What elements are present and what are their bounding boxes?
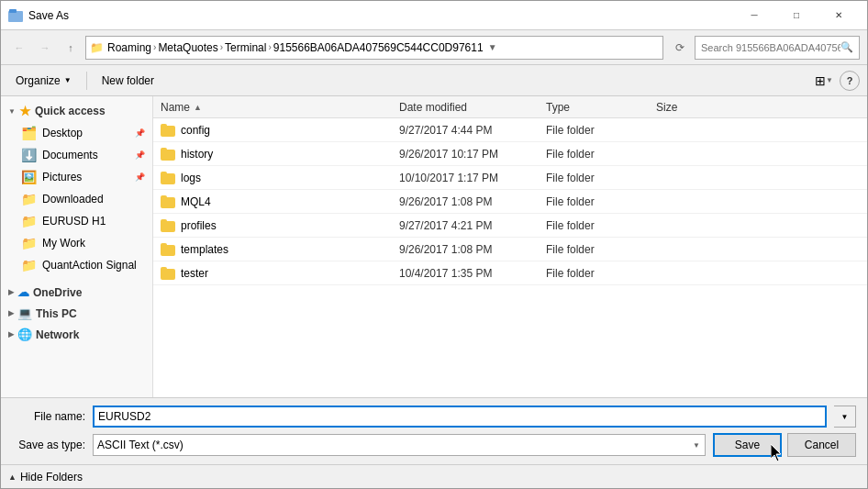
file-name: config [181,124,210,137]
save-as-dialog: Save As ─ □ ✕ ← → ↑ 📁 Roaming › MetaQuot… [0,0,868,489]
breadcrumb-metaquotes[interactable]: MetaQuotes › [158,41,223,54]
main-area: ▼ ★ Quick access 🗂️ Desktop 📌 ⬇️ Documen… [1,96,867,397]
hide-folders-arrow-icon: ▲ [8,472,17,482]
filename-dropdown-btn[interactable]: ▼ [834,406,856,428]
sidebar-item-pictures[interactable]: 🖼️ Pictures 📌 [1,166,152,188]
folder-icon [161,219,175,232]
refresh-button[interactable]: ⟳ [669,36,691,60]
save-button[interactable]: Save [713,433,782,457]
view-button[interactable]: ⊞ ▼ [812,69,836,93]
filename-label: File name: [12,410,85,423]
maximize-button[interactable]: □ [775,1,818,30]
file-type: File folder [546,243,656,256]
pin-icon-desktop: 📌 [135,128,145,138]
desktop-folder-icon: 🗂️ [21,126,37,140]
forward-button[interactable]: → [34,37,56,59]
breadcrumb-folder-icon: 📁 [90,41,104,54]
file-date: 9/27/2017 4:44 PM [399,124,546,137]
sidebar-item-eurusd[interactable]: 📁 EURUSD H1 [1,210,152,232]
filetype-select-wrapper: ASCII Text (*.csv) CSV (*.csv) All files… [93,434,706,456]
folder-icon [161,267,175,280]
minimize-button[interactable]: ─ [733,1,775,30]
table-row[interactable]: profiles 9/27/2017 4:21 PM File folder [153,214,867,238]
file-rows-container: config 9/27/2017 4:44 PM File folder his… [153,118,867,285]
breadcrumb-bar: 📁 Roaming › MetaQuotes › Terminal › 9155… [85,36,663,60]
table-row[interactable]: config 9/27/2017 4:44 PM File folder [153,118,867,142]
file-list-header: Name ▲ Date modified Type Size [153,96,867,118]
breadcrumb-hash[interactable]: 915566BA06ADA407569C544CC0D97611 [273,41,484,54]
new-folder-button[interactable]: New folder [95,69,161,93]
col-name-header[interactable]: Name ▲ [161,101,399,114]
thispc-arrow: ▶ [8,309,14,317]
file-name: logs [181,172,201,184]
search-input[interactable] [701,42,840,53]
quick-access-star-icon: ★ [19,104,31,118]
breadcrumb-roaming[interactable]: Roaming › [107,41,156,54]
table-row[interactable]: logs 10/10/2017 1:17 PM File folder [153,166,867,190]
file-date: 9/27/2017 4:21 PM [399,219,546,232]
search-icon: 🔍 [840,41,853,53]
network-arrow: ▶ [8,330,14,339]
close-button[interactable]: ✕ [818,1,860,30]
svg-rect-1 [9,9,17,13]
up-button[interactable]: ↑ [60,37,82,59]
filetype-row: Save as type: ASCII Text (*.csv) CSV (*.… [12,433,856,457]
cancel-button[interactable]: Cancel [787,433,856,457]
pin-icon-documents: 📌 [135,150,145,160]
table-row[interactable]: templates 9/26/2017 1:08 PM File folder [153,238,867,261]
eurusd-folder-icon: 📁 [21,214,37,228]
breadcrumb-terminal[interactable]: Terminal › [225,41,272,54]
quick-access-arrow: ▼ [8,107,16,116]
hide-folders-row: ▲ Hide Folders [1,464,867,488]
breadcrumb-dropdown[interactable]: ▼ [485,37,500,59]
search-bar: 🔍 [695,36,860,60]
toolbar-right: ⊞ ▼ ? [812,69,860,93]
folder-icon [161,124,175,137]
file-type: File folder [546,219,656,232]
action-buttons: Save Cancel [713,433,856,457]
dialog-icon [8,8,23,23]
file-date: 9/26/2017 1:08 PM [399,195,546,208]
organize-button[interactable]: Organize ▼ [8,69,79,93]
sidebar-item-desktop[interactable]: 🗂️ Desktop 📌 [1,122,152,144]
sidebar-item-downloaded[interactable]: 📁 Downloaded [1,188,152,210]
thispc-section[interactable]: ▶ 💻 This PC [1,303,152,324]
sidebar-item-mywork[interactable]: 📁 My Work [1,232,152,254]
folder-icon [161,172,175,184]
sidebar-item-quantaction[interactable]: 📁 QuantAction Signal [1,254,152,276]
file-name: tester [181,267,208,280]
file-list: Name ▲ Date modified Type Size [153,96,867,397]
network-section[interactable]: ▶ 🌐 Network [1,324,152,345]
file-type: File folder [546,267,656,280]
downloaded-folder-icon: 📁 [21,192,37,206]
onedrive-section[interactable]: ▶ ☁ OneDrive [1,282,152,303]
file-name: profiles [181,219,217,232]
col-size-header[interactable]: Size [656,101,860,114]
file-type: File folder [546,195,656,208]
back-button[interactable]: ← [8,37,30,59]
sort-arrow: ▲ [194,103,202,112]
sidebar-item-documents[interactable]: ⬇️ Documents 📌 [1,144,152,166]
hide-folders-link[interactable]: Hide Folders [20,471,83,483]
table-row[interactable]: history 9/26/2017 10:17 PM File folder [153,142,867,166]
filetype-label: Save as type: [12,439,85,451]
address-bar-row: ← → ↑ 📁 Roaming › MetaQuotes › Terminal … [1,30,867,65]
table-row[interactable]: tester 10/4/2017 1:35 PM File folder [153,261,867,285]
file-date: 10/4/2017 1:35 PM [399,267,546,280]
thispc-icon: 💻 [17,306,32,320]
file-date: 9/26/2017 1:08 PM [399,243,546,256]
toolbar: Organize ▼ New folder ⊞ ▼ ? [1,65,867,96]
file-type: File folder [546,148,656,161]
col-type-header[interactable]: Type [546,101,656,114]
help-button[interactable]: ? [840,71,860,91]
filetype-select[interactable]: ASCII Text (*.csv) CSV (*.csv) All files… [93,434,706,456]
filename-row: File name: ▼ [12,406,856,428]
view-icon: ⊞ [815,73,826,88]
table-row[interactable]: MQL4 9/26/2017 1:08 PM File folder [153,190,867,214]
filename-input[interactable] [93,406,827,428]
file-name: templates [181,243,228,256]
toolbar-separator [86,72,87,90]
col-date-header[interactable]: Date modified [399,101,546,114]
quick-access-section[interactable]: ▼ ★ Quick access [1,100,152,122]
folder-icon [161,243,175,256]
